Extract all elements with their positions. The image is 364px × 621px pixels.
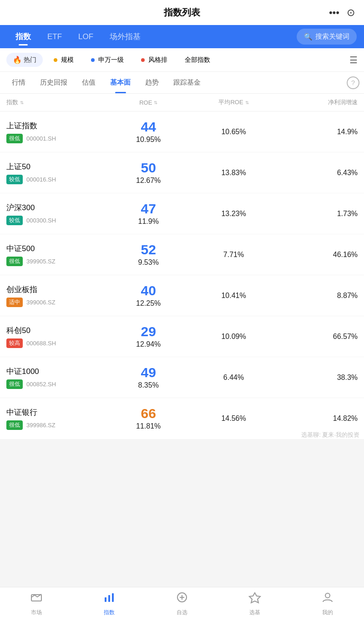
profit-col: 6.43% — [280, 169, 358, 177]
th-index[interactable]: 指数 ⇅ — [6, 98, 110, 106]
profit-value: 1.73% — [280, 210, 358, 218]
table-row[interactable]: 上证指数 很低 000001.SH 44 10.95% 10.65% 14.9% — [0, 111, 364, 152]
index-meta: 很低 000001.SH — [6, 134, 110, 143]
subtab-history[interactable]: 历史回报 — [33, 72, 75, 93]
index-name: 沪深300 — [6, 202, 110, 213]
roe-rank: 49 — [110, 366, 187, 379]
sub-tabs: 行情 历史回报 估值 基本面 趋势 跟踪基金 ? — [0, 72, 364, 94]
avg-roe-value: 13.23% — [187, 210, 280, 218]
avg-roe-value: 14.56% — [187, 414, 280, 423]
index-info: 中证500 很低 399905.SZ — [6, 243, 110, 266]
filter-shenwan[interactable]: 申万一级 — [85, 53, 130, 67]
th-avg-roe[interactable]: 平均ROE ⇅ — [187, 98, 280, 106]
scan-icon[interactable]: ⊙ — [347, 7, 355, 19]
status-badge: 较低 — [6, 216, 23, 225]
index-code: 399986.SZ — [26, 422, 56, 429]
more-icon[interactable]: ••• — [329, 7, 339, 19]
index-name: 创业板指 — [6, 284, 110, 295]
filter-style[interactable]: 风格排 — [135, 53, 174, 67]
table-row[interactable]: 沪深300 较低 000300.SH 47 11.9% 13.23% 1.73% — [0, 193, 364, 234]
roe-value: 12.67% — [110, 177, 187, 185]
svg-point-8 — [325, 593, 330, 598]
index-meta: 较高 000688.SH — [6, 338, 110, 348]
tab-index[interactable]: 指数 — [7, 25, 39, 48]
svg-rect-1 — [105, 597, 106, 602]
table-row[interactable]: 中证500 很低 399905.SZ 52 9.53% 7.71% 46.16% — [0, 234, 364, 275]
index-info: 上证指数 很低 000001.SH — [6, 121, 110, 143]
svg-rect-2 — [108, 595, 110, 602]
avg-roe-col: 7.71% — [187, 251, 280, 259]
subtab-fundamental[interactable]: 基本面 — [103, 72, 138, 93]
table-row[interactable]: 创业板指 适中 399006.SZ 40 12.25% 10.41% 8.87% — [0, 275, 364, 316]
th-roe[interactable]: ROE ⇅ — [110, 99, 187, 106]
profit-value: 38.3% — [280, 374, 358, 382]
profit-col: 38.3% — [280, 374, 358, 382]
index-meta: 很低 399905.SZ — [6, 257, 110, 266]
avg-roe-col: 6.44% — [187, 374, 280, 382]
roe-rank: 40 — [110, 284, 187, 298]
roe-col: 50 12.67% — [110, 161, 187, 185]
search-placeholder: 搜索关键词 — [315, 32, 349, 41]
index-info: 中证1000 很低 000852.SH — [6, 366, 110, 389]
avg-roe-col: 10.41% — [187, 292, 280, 300]
table-row[interactable]: 中证银行 很低 399986.SZ 66 11.81% 14.56% 14.82… — [0, 398, 364, 439]
nav-profile[interactable]: 我的 — [312, 591, 344, 616]
status-badge: 很低 — [6, 379, 23, 389]
tab-offsite[interactable]: 场外指基 — [101, 25, 149, 48]
filter-hot[interactable]: 🔥 热门 — [6, 53, 43, 67]
search-bar[interactable]: 🔍 搜索关键词 — [297, 29, 357, 45]
filter-all[interactable]: 全部指数 — [178, 53, 217, 67]
avg-roe-value: 7.71% — [187, 251, 280, 259]
index-meta: 很低 000852.SH — [6, 379, 110, 389]
nav-market[interactable]: 市场 — [20, 591, 52, 616]
index-name: 中证银行 — [6, 407, 110, 418]
table-row[interactable]: 上证50 较低 000016.SH 50 12.67% 13.83% 6.43% — [0, 152, 364, 193]
profit-value: 6.43% — [280, 169, 358, 177]
subtab-tracking[interactable]: 跟踪基金 — [166, 72, 208, 93]
header-icons: ••• ⊙ — [329, 7, 355, 19]
index-code: 000852.SH — [26, 381, 56, 388]
bottom-nav: 市场 指数 自选 选基 — [0, 587, 364, 621]
roe-value: 9.53% — [110, 258, 187, 267]
page-title: 指数列表 — [164, 6, 200, 19]
index-meta: 较低 000300.SH — [6, 216, 110, 225]
tab-lof[interactable]: LOF — [70, 26, 101, 48]
index-name: 上证指数 — [6, 121, 110, 131]
th-profit: 净利润增速 — [280, 98, 358, 106]
status-badge: 较低 — [6, 175, 23, 184]
nav-fund-label: 选基 — [249, 609, 260, 616]
table-body: 上证指数 很低 000001.SH 44 10.95% 10.65% 14.9%… — [0, 111, 364, 439]
nav-watchlist[interactable]: 自选 — [166, 591, 198, 616]
subtab-valuation[interactable]: 估值 — [75, 72, 103, 93]
sort-roe-icon: ⇅ — [154, 100, 157, 105]
nav-market-label: 市场 — [31, 609, 42, 616]
svg-rect-3 — [112, 593, 114, 602]
roe-col: 49 8.35% — [110, 366, 187, 389]
market-icon — [30, 591, 43, 607]
nav-fund[interactable]: 选基 — [239, 591, 271, 616]
nav-index[interactable]: 指数 — [93, 591, 125, 616]
profit-value: 14.82% — [280, 414, 358, 423]
avg-roe-value: 6.44% — [187, 374, 280, 382]
roe-rank: 29 — [110, 325, 187, 338]
subtab-market[interactable]: 行情 — [5, 72, 33, 93]
index-info: 中证银行 很低 399986.SZ — [6, 407, 110, 430]
nav-index-label: 指数 — [104, 609, 115, 616]
profit-col: 14.9% — [280, 128, 358, 136]
table-row[interactable]: 科创50 较高 000688.SH 29 12.94% 10.09% 66.57… — [0, 316, 364, 357]
filter-menu-icon[interactable]: ☰ — [349, 55, 358, 66]
help-button[interactable]: ? — [347, 76, 359, 89]
roe-col: 66 11.81% — [110, 407, 187, 430]
roe-value: 11.9% — [110, 217, 187, 226]
filter-scale[interactable]: 规模 — [47, 53, 80, 67]
profit-col: 1.73% — [280, 210, 358, 218]
sort-index-icon: ⇅ — [20, 100, 24, 105]
profit-col: 46.16% — [280, 251, 358, 259]
subtab-trend[interactable]: 趋势 — [138, 72, 166, 93]
index-name: 上证50 — [6, 162, 110, 172]
tab-etf[interactable]: ETF — [39, 26, 70, 48]
avg-roe-col: 10.65% — [187, 128, 280, 136]
nav-tabs: 指数 ETF LOF 场外指基 🔍 搜索关键词 — [0, 25, 364, 48]
profit-value: 8.87% — [280, 292, 358, 300]
table-row[interactable]: 中证1000 很低 000852.SH 49 8.35% 6.44% 38.3% — [0, 357, 364, 398]
